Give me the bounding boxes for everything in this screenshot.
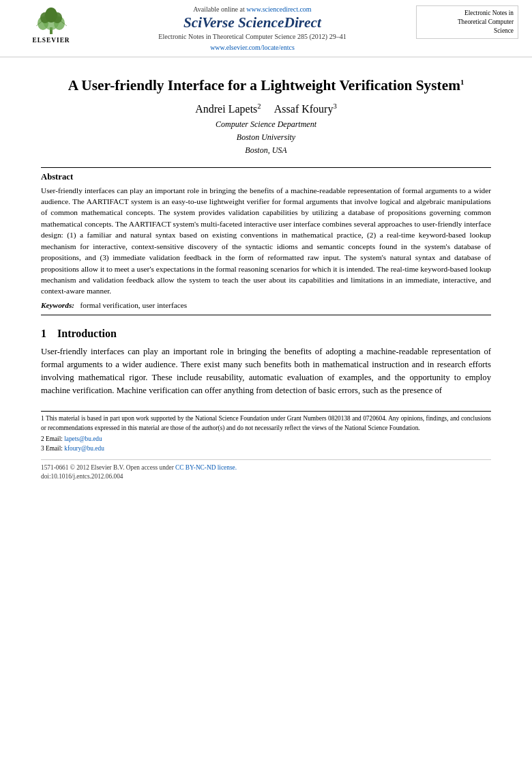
copyright-text: 1571-0661 © 2012 Elsevier B.V. Open acce… <box>41 463 491 473</box>
available-online-text: Available online at www.sciencedirect.co… <box>95 5 409 13</box>
affiliation-line1: Computer Science Department <box>216 119 316 129</box>
elsevier-tree-icon <box>33 5 70 35</box>
elsevier-logo-area: ELSEVIER <box>14 5 89 44</box>
sciverse-title: SciVerse ScienceDirect <box>95 14 409 31</box>
abstract-divider <box>41 167 491 168</box>
abstract-label: Abstract <box>41 172 491 182</box>
footnote-2-email[interactable]: lapets@bu.edu <box>64 435 102 442</box>
main-content: A User-friendly Interface for a Lightwei… <box>0 57 532 404</box>
abstract-text: User-friendly interfaces can play an imp… <box>41 185 491 297</box>
affiliation-line3: Boston, USA <box>245 145 286 155</box>
footnote-3-email[interactable]: kfoury@bu.edu <box>64 445 104 452</box>
journal-url-link[interactable]: www.elsevier.com/locate/entcs <box>210 44 295 51</box>
journal-box: Electronic Notes in Theoretical Computer… <box>416 5 518 39</box>
paper-title: A User-friendly Interface for a Lightwei… <box>41 76 491 96</box>
author2-sup: 3 <box>333 102 336 110</box>
journal-box-line2: Theoretical Computer <box>458 18 514 25</box>
author2-name: Assaf Kfoury <box>274 103 334 115</box>
journal-box-line3: Science <box>494 27 514 34</box>
section-1-number: 1 <box>41 328 46 339</box>
cc-license-link[interactable]: CC BY-NC-ND license. <box>175 464 237 471</box>
sciencedirect-link[interactable]: www.sciencedirect.com <box>246 5 311 13</box>
authors-line: Andrei Lapets2 Assaf Kfoury3 <box>41 102 491 115</box>
footnote-2: 2 Email: lapets@bu.edu <box>41 435 491 444</box>
svg-point-6 <box>53 12 62 23</box>
copyright-area: 1571-0661 © 2012 Elsevier B.V. Open acce… <box>41 459 491 480</box>
footnote-3-label: 3 Email: <box>41 445 63 452</box>
journal-box-line1: Electronic Notes in <box>464 10 514 16</box>
author1-sup: 2 <box>257 102 261 110</box>
footnotes-area: 1 This material is based in part upon wo… <box>41 411 491 454</box>
footnote-2-label: 2 Email: <box>41 435 63 442</box>
keywords-line: Keywords: formal verification, user inte… <box>41 301 491 309</box>
header-center: Available online at www.sciencedirect.co… <box>89 5 416 53</box>
intro-divider <box>41 315 491 315</box>
doi-text: doi:10.1016/j.entcs.2012.06.004 <box>41 473 491 480</box>
journal-name-line: Electronic Notes in Theoretical Computer… <box>95 33 409 40</box>
header-right-box-area: Electronic Notes in Theoretical Computer… <box>416 5 518 39</box>
footnote-1: 1 This material is based in part upon wo… <box>41 414 491 433</box>
section-1-heading: 1 Introduction <box>41 328 491 340</box>
affiliation-line2: Boston University <box>237 132 295 142</box>
introduction-text: User-friendly interfaces can play an imp… <box>41 345 491 397</box>
title-text: A User-friendly Interface for a Lightwei… <box>68 77 460 94</box>
footnote-3: 3 Email: kfoury@bu.edu <box>41 444 491 454</box>
keywords-values: formal verification, user interfaces <box>80 301 188 309</box>
keywords-label: Keywords: <box>41 301 74 309</box>
author1-name: Andrei Lapets <box>195 103 257 115</box>
section-1-title: Introduction <box>57 328 117 339</box>
affiliation: Computer Science Department Boston Unive… <box>41 118 491 158</box>
copyright-line1: 1571-0661 © 2012 Elsevier B.V. Open acce… <box>41 464 175 471</box>
page-header: ELSEVIER Available online at www.science… <box>0 0 532 57</box>
elsevier-wordmark: ELSEVIER <box>32 37 70 44</box>
title-footnote-marker: 1 <box>460 78 464 86</box>
